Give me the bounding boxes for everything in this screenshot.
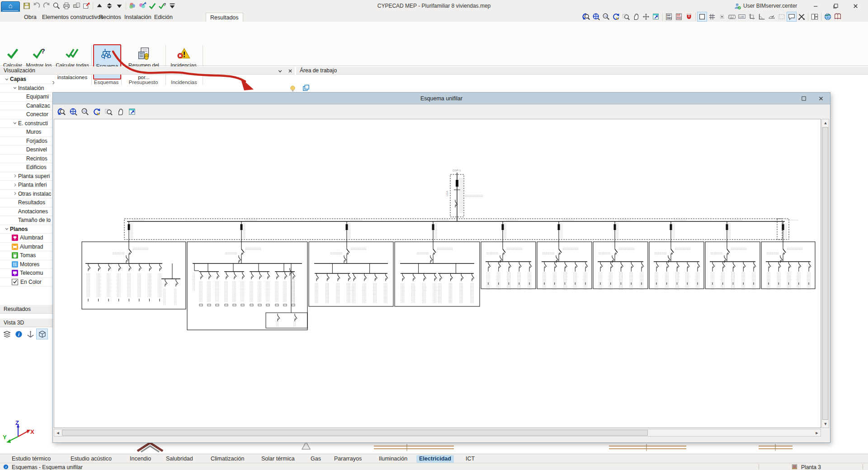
tree-item-en-color[interactable]: En Color xyxy=(0,278,52,287)
fit-window-icon[interactable] xyxy=(651,12,661,22)
scroll-down-arrow[interactable]: ▼ xyxy=(822,420,829,428)
print-icon[interactable] xyxy=(61,1,71,11)
tree-item-desnivel[interactable]: Desnivel xyxy=(0,146,52,155)
zoom-2x-icon[interactable]: ×2 xyxy=(601,12,611,22)
module-tab-ict[interactable]: ICT xyxy=(463,455,477,463)
globe-icon[interactable] xyxy=(823,12,833,22)
chevron-down-icon[interactable] xyxy=(12,120,18,127)
sel-dashed-icon[interactable] xyxy=(777,12,787,22)
save-icon[interactable] xyxy=(22,1,32,11)
ribbon-tab-resultados[interactable]: Resultados xyxy=(206,13,243,22)
regen-icon[interactable] xyxy=(611,12,621,22)
menu-down-icon[interactable] xyxy=(167,1,177,11)
magnet-icon[interactable] xyxy=(684,12,694,22)
dim-100-icon[interactable]: 1.00 xyxy=(737,12,747,22)
vscroll-thumb[interactable] xyxy=(822,127,828,420)
fit-window-icon[interactable] xyxy=(126,107,138,117)
ribbon-tab-edición[interactable]: Edición xyxy=(150,13,177,22)
scroll-up-arrow[interactable]: ▲ xyxy=(822,119,829,127)
redraw-icon[interactable] xyxy=(56,107,67,117)
help-book-icon[interactable] xyxy=(833,12,843,22)
chevron-right-icon[interactable] xyxy=(12,182,18,188)
dxf-layers-icon[interactable]: DXF xyxy=(674,12,684,22)
keyboard-icon[interactable] xyxy=(727,12,737,22)
panel-collapse-button[interactable] xyxy=(276,67,284,75)
move-icon[interactable] xyxy=(641,12,651,22)
tree-item-instalación[interactable]: Instalación xyxy=(0,84,52,93)
zoom-all-icon[interactable] xyxy=(67,107,79,117)
dialog-close-button[interactable] xyxy=(816,94,826,103)
zoom-all-icon[interactable] xyxy=(591,12,601,22)
tree-item-tamaño-de-lo[interactable]: Tamaño de lo xyxy=(0,216,52,225)
tree-item-telecomu[interactable]: Telecomu xyxy=(0,269,52,278)
tree-item-capas[interactable]: Capas xyxy=(0,75,52,84)
dialog-title-bar[interactable]: Esquema unifilar xyxy=(53,93,830,104)
close-button[interactable] xyxy=(845,1,865,11)
current-floor-label[interactable]: Planta 3 xyxy=(801,464,821,470)
snap-point-icon[interactable] xyxy=(717,12,727,22)
pan-icon[interactable] xyxy=(631,12,641,22)
tree-item-forjados[interactable]: Forjados xyxy=(0,137,52,146)
maximize-button[interactable] xyxy=(826,1,845,11)
color-wheel-icon[interactable] xyxy=(127,1,137,11)
ortho-square-icon[interactable] xyxy=(697,12,707,22)
comment-icon[interactable] xyxy=(787,12,797,22)
tree-item-planos[interactable]: Planos xyxy=(0,225,52,234)
tree-item-recintos[interactable]: Recintos xyxy=(0,155,52,164)
module-tab-electricidad[interactable]: Electricidad xyxy=(416,455,454,463)
check-help-icon[interactable]: ? xyxy=(157,1,167,11)
tools-x-icon[interactable] xyxy=(797,12,807,22)
zoom-icon[interactable] xyxy=(52,1,61,11)
tree-item-tomas[interactable]: Tomas xyxy=(0,251,52,260)
zoom-window-icon[interactable] xyxy=(103,107,114,117)
redo-icon[interactable] xyxy=(42,1,52,11)
module-tab-iluminación[interactable]: Iluminación xyxy=(376,455,410,463)
regen-icon[interactable] xyxy=(91,107,103,117)
dxf-dwg-icon[interactable]: DXFDWG xyxy=(664,12,674,22)
module-tab-estudio-acústico[interactable]: Estudio acústico xyxy=(68,455,114,463)
protractor-icon[interactable] xyxy=(767,12,777,22)
angle-icon[interactable] xyxy=(757,12,767,22)
module-tab-estudio-térmico[interactable]: Estudio térmico xyxy=(9,455,53,463)
module-tab-salubridad[interactable]: Salubridad xyxy=(163,455,196,463)
en-color-checkbox[interactable] xyxy=(12,279,18,285)
module-tab-pararrayos[interactable]: Pararrayos xyxy=(331,455,364,463)
zoom-window-icon[interactable] xyxy=(621,12,631,22)
layers-icon[interactable] xyxy=(1,329,13,339)
user-account[interactable]: User BIMserver.center xyxy=(732,1,797,10)
tree-item-planta-inferi[interactable]: Planta inferi xyxy=(0,181,52,190)
ribbon-tab-obra[interactable]: Obra xyxy=(20,13,41,22)
dialog-maximize-button[interactable] xyxy=(798,94,809,103)
info-icon[interactable]: i xyxy=(13,329,24,339)
scroll-left-arrow[interactable]: ◄ xyxy=(54,429,61,437)
module-tab-solar-térmica[interactable]: Solar térmica xyxy=(259,455,297,463)
crop-icon[interactable] xyxy=(747,12,757,22)
print-doc-icon[interactable] xyxy=(71,1,81,11)
tri-updown-icon[interactable] xyxy=(104,1,114,11)
hscroll-thumb[interactable] xyxy=(62,430,648,436)
tree-item-canalizac[interactable]: Canalizac xyxy=(0,102,52,111)
redraw-icon[interactable] xyxy=(581,12,591,22)
diagram-canvas[interactable]: CGP-1LGA xyxy=(54,119,821,428)
win-layout-icon[interactable] xyxy=(810,12,820,22)
undo-icon[interactable] xyxy=(32,1,42,11)
color-wheel-edit-icon[interactable] xyxy=(137,1,147,11)
chevron-right-icon[interactable] xyxy=(12,191,18,197)
tree-item-resultados[interactable]: Resultados xyxy=(0,198,52,207)
chevron-right-icon[interactable] xyxy=(12,173,18,179)
tree-item-edificios[interactable]: Edificios xyxy=(0,163,52,172)
zoom-2x-icon[interactable]: ×2 xyxy=(79,107,91,117)
tree-item-anotaciones[interactable]: Anotaciones xyxy=(0,207,52,216)
dialog-hscrollbar[interactable]: ◄ ► xyxy=(54,429,821,437)
scroll-right-arrow[interactable]: ► xyxy=(813,429,821,437)
chevron-down-icon[interactable] xyxy=(4,226,10,232)
minimize-button[interactable] xyxy=(806,1,826,11)
tri-down-icon[interactable] xyxy=(114,1,124,11)
panel-close-button[interactable] xyxy=(286,67,294,75)
tree-item-alumbrad[interactable]: Alumbrad xyxy=(0,243,52,252)
tree-item-e-constructi[interactable]: E. constructi xyxy=(0,119,52,128)
cube-icon[interactable] xyxy=(36,329,48,339)
module-tab-incendio[interactable]: Incendio xyxy=(127,455,154,463)
tree-item-conector[interactable]: Conector xyxy=(0,110,52,119)
check-icon[interactable] xyxy=(147,1,157,11)
